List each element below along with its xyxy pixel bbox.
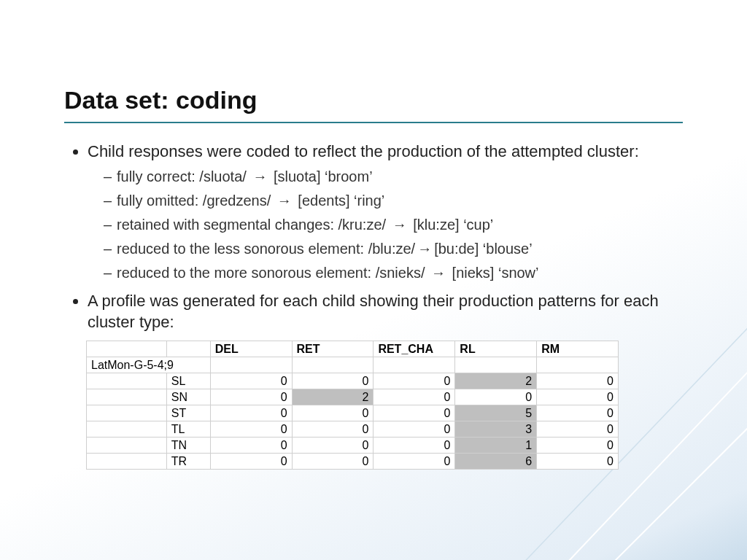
bullet-list: Child responses were coded to reflect th… [64,141,683,333]
table-cell: 0 [210,405,292,421]
table-cell: 2 [292,389,374,405]
table-cell: 0 [374,454,455,470]
sub-bullet-5-tail: [nieks] ‘snow’ [448,265,539,281]
table-row: ST00050 [87,405,619,421]
title-underline [64,122,683,123]
table-header-retcha: RET_CHA [374,341,455,357]
table-cell-blank [87,454,167,470]
table-cell: 3 [455,421,537,438]
table-cell: 0 [537,421,619,438]
table-row-label: TL [166,421,210,438]
bullet-1: Child responses were coded to reflect th… [88,141,683,283]
table-cell: 1 [455,438,537,454]
table-cell-blank [87,405,167,421]
table-row-label: TR [166,454,210,470]
table-cell: 0 [537,438,619,454]
table-cell: 5 [455,405,537,421]
sub-bullet-1: fully correct: /sluota/ → [sluota] ‘broo… [104,167,683,187]
table-body: LatMon-G-5-4;9 SL00020SN02000ST00050TL00… [87,357,619,470]
table-cell: 0 [210,454,292,470]
sub-bullet-3: retained with segmental changes: /kru:ze… [104,215,683,235]
table-cell: 0 [537,454,619,470]
table-header-blank [87,341,167,357]
table-cell-blank [87,389,167,405]
table-cell: 6 [455,454,537,470]
table-row: TL00030 [87,421,619,438]
table-row-label: ST [166,405,210,421]
table-header-ret: RET [292,341,374,357]
table-cell-blank [87,421,167,438]
sub-bullet-3-head: retained with segmental changes: /kru:ze… [117,217,390,233]
sub-bullet-1-tail: [sluota] ‘broom’ [269,168,372,184]
sub-bullet-2-head: fully omitted: /gredzens/ [117,192,275,209]
table-cell: 0 [537,373,619,389]
sub-bullet-4: reduced to the less sonorous element: /b… [104,239,683,259]
arrow-icon: → [275,191,294,211]
table-cell: 0 [210,389,292,405]
table-cell: 0 [455,389,537,405]
table-cell: 0 [292,454,374,470]
table-row: SL00020 [87,373,619,389]
table-cell-blank [292,357,374,373]
bullet-2: A profile was generated for each child s… [88,290,683,333]
table-cell: 0 [210,438,292,454]
profile-table: DEL RET RET_CHA RL RM LatMon-G-5-4;9 SL0… [86,341,619,470]
table-cell-blank [374,357,455,373]
table-header-del: DEL [210,341,292,357]
table-header-row: DEL RET RET_CHA RL RM [87,341,619,357]
table-row-label: TN [166,438,210,454]
arrow-icon: → [390,215,409,235]
bullet-1-text: Child responses were coded to reflect th… [88,142,639,160]
sub-bullet-list: fully correct: /sluota/ → [sluota] ‘broo… [88,167,683,283]
table-header-blank [166,341,210,357]
table-row: TN00010 [87,438,619,454]
sub-bullet-5: reduced to the more sonorous element: /s… [104,263,683,283]
table-cell: 0 [374,389,455,405]
table-row-label: SL [166,373,210,389]
sub-bullet-4-head: reduced to the less sonorous element: /b… [117,241,415,257]
table-cell: 0 [292,438,374,454]
sub-bullet-1-head: fully correct: /sluota/ [117,168,250,184]
sub-bullet-3-tail: [klu:ze] ‘cup’ [409,217,494,233]
table-cell-blank [87,373,167,389]
table-cell-blank [210,357,292,373]
table-cell: 0 [537,405,619,421]
table-cell: 0 [210,373,292,389]
slide-content: Data set: coding Child responses were co… [0,0,747,470]
table-cell: 0 [374,421,455,438]
table-header-rm: RM [537,341,619,357]
arrow-icon: → [429,263,448,283]
profile-table-wrap: DEL RET RET_CHA RL RM LatMon-G-5-4;9 SL0… [86,341,619,470]
table-cell-blank [537,357,619,373]
table-cell: 0 [374,438,455,454]
sub-bullet-4-tail: [bu:de] ‘blouse’ [434,241,533,257]
table-cell: 0 [292,405,374,421]
table-cell: 2 [455,373,537,389]
table-header-rl: RL [455,341,537,357]
table-cell: 0 [374,373,455,389]
arrow-icon: → [415,239,434,259]
table-row: TR00060 [87,454,619,470]
table-cell-blank [455,357,537,373]
table-cell: 0 [292,373,374,389]
table-cell-blank [87,438,167,454]
bullet-2-text: A profile was generated for each child s… [88,292,659,332]
slide-title: Data set: coding [64,86,683,122]
table-cell: 0 [292,421,374,438]
table-cell: 0 [210,421,292,438]
table-row-label: SN [166,389,210,405]
sub-bullet-2: fully omitted: /gredzens/ → [edents] ‘ri… [104,191,683,211]
arrow-icon: → [250,167,269,187]
sub-bullet-2-tail: [edents] ‘ring’ [294,192,385,209]
table-row: SN02000 [87,389,619,405]
table-cell: 0 [374,405,455,421]
sub-bullet-5-head: reduced to the more sonorous element: /s… [117,265,429,281]
table-cell: 0 [537,389,619,405]
table-profile-row: LatMon-G-5-4;9 [87,357,619,373]
profile-label: LatMon-G-5-4;9 [87,357,211,373]
